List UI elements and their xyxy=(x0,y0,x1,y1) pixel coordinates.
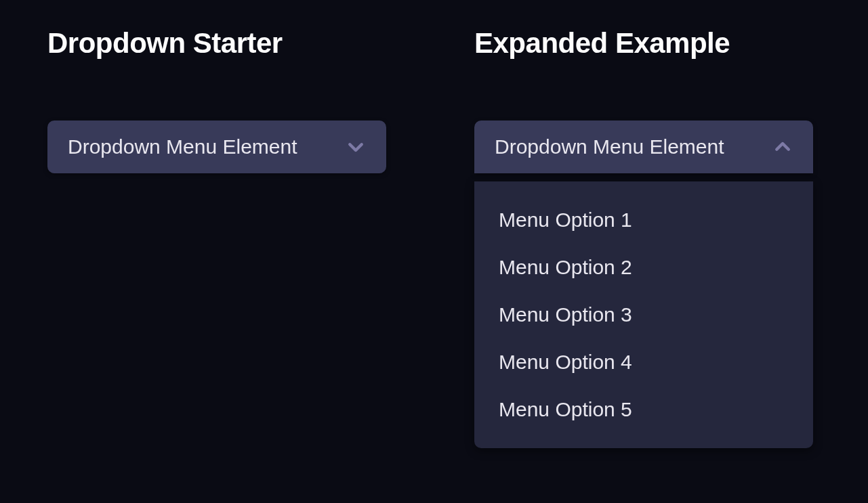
dropdown-toggle-starter[interactable]: Dropdown Menu Element xyxy=(47,121,386,173)
dropdown-label-expanded: Dropdown Menu Element xyxy=(495,135,724,158)
heading-expanded: Expanded Example xyxy=(474,27,813,60)
dropdown-label-starter: Dropdown Menu Element xyxy=(68,135,297,158)
menu-option-label: Menu Option 4 xyxy=(499,351,632,373)
menu-option-1[interactable]: Menu Option 1 xyxy=(474,196,813,244)
chevron-down-icon xyxy=(346,137,366,157)
menu-option-4[interactable]: Menu Option 4 xyxy=(474,338,813,386)
column-starter: Dropdown Starter Dropdown Menu Element xyxy=(47,27,386,448)
menu-option-label: Menu Option 1 xyxy=(499,209,632,231)
heading-starter: Dropdown Starter xyxy=(47,27,386,60)
dropdown-expanded: Dropdown Menu Element Menu Option 1 Menu… xyxy=(474,121,813,448)
menu-option-label: Menu Option 2 xyxy=(499,256,632,278)
menu-option-label: Menu Option 5 xyxy=(499,398,632,420)
column-expanded: Expanded Example Dropdown Menu Element M… xyxy=(474,27,813,448)
dropdown-toggle-expanded[interactable]: Dropdown Menu Element xyxy=(474,121,813,173)
menu-option-label: Menu Option 3 xyxy=(499,303,632,326)
dropdown-starter: Dropdown Menu Element xyxy=(47,121,386,173)
dropdown-menu: Menu Option 1 Menu Option 2 Menu Option … xyxy=(474,181,813,448)
menu-option-2[interactable]: Menu Option 2 xyxy=(474,244,813,291)
menu-option-5[interactable]: Menu Option 5 xyxy=(474,386,813,433)
menu-option-3[interactable]: Menu Option 3 xyxy=(474,291,813,338)
chevron-up-icon xyxy=(772,137,793,157)
